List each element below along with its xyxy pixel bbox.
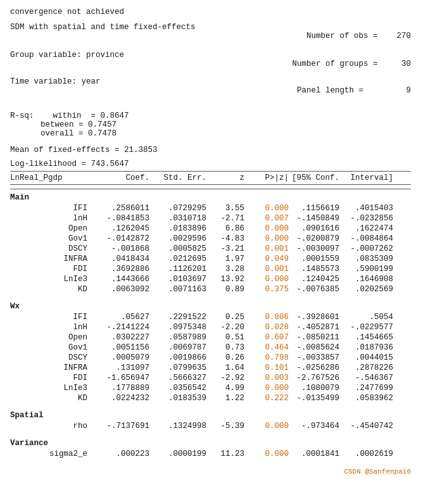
row-coef: .000223 [92, 450, 149, 458]
row-ci2: .1454665 [339, 333, 393, 342]
row-ci1: .0001559 [289, 255, 339, 263]
row-ci1: .1485573 [289, 265, 339, 274]
row-p: 0.028 [244, 323, 289, 332]
row-p: 0.049 [244, 255, 289, 263]
mean-fe: Mean of fixed-effects = 21.3853 [10, 146, 411, 154]
row-z: 0.26 [206, 353, 244, 362]
row-se: .0071163 [149, 285, 206, 294]
panel-info: Panel length = 9 [278, 77, 411, 104]
row-z: -2.71 [206, 214, 244, 223]
section-label-wx: Wx [10, 302, 411, 311]
time-panel-row: Time variable: year Panel length = 9 [10, 77, 411, 104]
row-ci2: .2477699 [339, 384, 393, 393]
row-ci1: .1240425 [289, 275, 339, 284]
row-ci1: -.0085624 [289, 343, 339, 352]
row-p: 0.001 [244, 244, 289, 253]
row-name: IFI [10, 313, 92, 322]
row-p: 0.000 [244, 204, 289, 213]
table-row: LnIe3 .1443666 .0103697 13.92 0.000 .124… [10, 274, 411, 284]
row-ci1: -.973464 [289, 422, 339, 431]
row-ci1: -.0135499 [289, 394, 339, 403]
row-se: .0729295 [149, 204, 206, 213]
row-coef: .1443666 [92, 275, 149, 284]
row-se: .0356542 [149, 384, 206, 393]
row-z: -4.83 [206, 234, 244, 243]
row-coef: .0224232 [92, 394, 149, 403]
table-body: Main IFI .2586011 .0729295 3.55 0.000 .1… [10, 189, 411, 463]
table-row: LnIe3 .1778889 .0356542 4.99 0.000 .1080… [10, 383, 411, 393]
col-ci2: Interval] [339, 173, 393, 182]
row-ci1: -.0850211 [289, 333, 339, 342]
row-p: 0.806 [244, 313, 289, 322]
row-p: 0.375 [244, 285, 289, 294]
row-ci1: -.0256286 [289, 363, 339, 372]
row-coef: .1778889 [92, 384, 149, 393]
row-se: .0029596 [149, 234, 206, 243]
row-se: .0103697 [149, 275, 206, 284]
row-ci2: -.546367 [339, 374, 393, 382]
row-name: lnH [10, 323, 92, 332]
row-se: .0005825 [149, 244, 206, 253]
row-name: DSCY [10, 244, 92, 253]
row-ci1: -.0033857 [289, 353, 339, 362]
row-p: 0.007 [244, 214, 289, 223]
row-ci2: .0202569 [339, 285, 393, 294]
row-ci2: .5900199 [339, 265, 393, 274]
row-p: 0.607 [244, 333, 289, 342]
row-ci2: .5054 [339, 313, 393, 322]
col-dep-var: LnReal_Pgdp [10, 173, 92, 182]
row-ci1: -.0030097 [289, 244, 339, 253]
row-coef: .0418434 [92, 255, 149, 263]
row-z: 3.55 [206, 204, 244, 213]
group-panel-row: Group variable: province Number of group… [10, 51, 411, 77]
ngroups-info: Number of groups = 30 [273, 51, 411, 77]
table-row: DSCY -.001868 .0005825 -3.21 0.001 -.003… [10, 244, 411, 254]
table-row: Open .0302227 .0587989 0.51 0.607 -.0850… [10, 332, 411, 343]
row-se: .0183896 [149, 224, 206, 233]
row-coef: -.2141224 [92, 323, 149, 332]
row-z: 1.97 [206, 255, 244, 263]
row-ci1: -.0076385 [289, 285, 339, 294]
table-row: rho -.7137691 .1324998 -5.39 0.000 -.973… [10, 421, 411, 431]
row-ci2: .0044015 [339, 353, 393, 362]
row-name: sigma2_e [10, 450, 92, 458]
row-z: 3.28 [206, 265, 244, 274]
table-row: INFRA .131097 .0799635 1.64 0.101 -.0256… [10, 363, 411, 373]
table-row: INFRA .0418434 .0212695 1.97 0.049 .0001… [10, 254, 411, 264]
row-se: .0799635 [149, 363, 206, 372]
row-z: 4.99 [206, 384, 244, 393]
row-se: .0000199 [149, 450, 206, 458]
row-p: 0.003 [244, 374, 289, 382]
row-name: lnH [10, 214, 92, 223]
row-ci1: -.0200879 [289, 234, 339, 243]
row-ci1: -.3928601 [289, 313, 339, 322]
row-name: KD [10, 285, 92, 294]
row-p: 0.464 [244, 343, 289, 352]
row-z: 6.86 [206, 224, 244, 233]
table-row: lnH -.2141224 .0975348 -2.20 0.028 -.405… [10, 322, 411, 332]
row-ci2: .0187936 [339, 343, 393, 352]
time-var: Time variable: year [10, 77, 101, 104]
table-row: IFI .05627 .2291522 0.25 0.806 -.3928601… [10, 312, 411, 322]
section-label-variance: Variance [10, 439, 411, 448]
row-z: 1.22 [206, 394, 244, 403]
row-ci1: -.1450849 [289, 214, 339, 223]
rsq-block: R-sq: within = 0.8647 between = 0.7457 o… [10, 111, 411, 138]
row-coef: .0302227 [92, 333, 149, 342]
row-name: rho [10, 422, 92, 431]
row-p: 0.000 [244, 275, 289, 284]
row-coef: .0051156 [92, 343, 149, 352]
table-row: Gov1 -.0142872 .0029596 -4.83 0.000 -.02… [10, 234, 411, 244]
row-se: .0019866 [149, 353, 206, 362]
model-desc: SDM with spatial and time fixed-effects [10, 23, 196, 49]
row-name: FDI [10, 374, 92, 382]
row-p: 0.000 [244, 450, 289, 458]
convergence-line: convergence not achieved [10, 8, 411, 16]
table-row: FDI -1.656947 .5666327 -2.92 0.003 -2.76… [10, 373, 411, 383]
row-z: 1.64 [206, 363, 244, 372]
row-coef: .131097 [92, 363, 149, 372]
row-ci2: .4015403 [339, 204, 393, 213]
row-ci1: .0001841 [289, 450, 339, 458]
row-se: .5666327 [149, 374, 206, 382]
row-ci2: .1646908 [339, 275, 393, 284]
